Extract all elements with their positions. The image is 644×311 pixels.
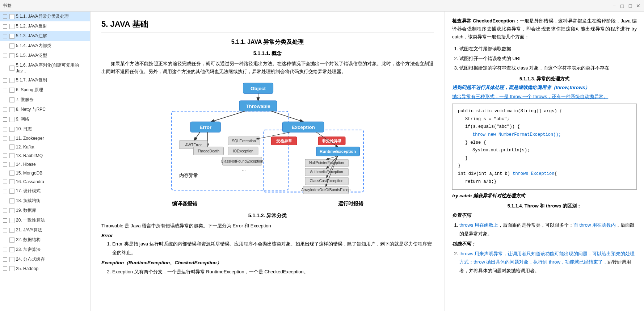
sidebar-item-5-1-5[interactable]: 5.1.5. JAVA泛型: [0, 51, 90, 60]
sidebar-item-11[interactable]: 11. Zookeeper: [0, 134, 90, 143]
code-line-6: System.out.println(s);: [472, 147, 631, 155]
sidebar-item-5-1-6[interactable]: 5.1.6. JAVA序列化(创建可复用的Jav...: [0, 60, 90, 75]
sidebar-item-17[interactable]: 17. 设计模式: [0, 186, 90, 196]
sidebar-item-9[interactable]: 9. 网络: [0, 114, 90, 124]
sidebar-label: 18. 负载均衡: [16, 198, 41, 204]
func-diff-text: throws 用来声明异常，让调用者只知道该功能可能出现的问题，可以给出预先的处…: [459, 251, 635, 273]
sidebar-checkbox: [3, 209, 7, 213]
sidebar-label: 5.1.3. JAVA注解: [16, 33, 47, 39]
section-1-4-title: 5.1.1.4. Throw 和 throws 的区别：: [452, 203, 637, 209]
restore-button[interactable]: ◻: [619, 3, 625, 9]
page-icon: [9, 228, 14, 233]
sidebar-label: 20. 一致性算法: [16, 217, 45, 223]
sidebar-item-5-1-3[interactable]: 5.1.3. JAVA注解: [0, 31, 90, 41]
svg-text:ClassNotFoundException: ClassNotFoundException: [221, 160, 263, 164]
sidebar-label: 7. 微服务: [16, 97, 34, 103]
subsection-5-1-1-1-title: 5.1.1.1. 概念: [101, 50, 434, 57]
code-line-1: public static void main(String[] args) {: [458, 108, 631, 115]
sidebar-item-5-1-7[interactable]: 5.1.7. JAVA复制: [0, 75, 90, 85]
sidebar-checkbox: [3, 171, 7, 175]
sidebar-label: 5.1.5. JAVA泛型: [16, 52, 47, 59]
sidebar-item-5-1-1[interactable]: 5.1.1. JAVA异常分类及处理: [0, 12, 90, 21]
error-list: Error 类是指 java 运行时系统的内部错误和资源耗尽错误。应用程序不会抛…: [112, 240, 434, 257]
sidebar-checkbox: [3, 127, 7, 131]
pos-diff-list: throws 用在函数上，后面跟的是异常类，可以跟多个；而 throw 用在函数…: [459, 221, 637, 238]
page-icon: [9, 34, 14, 39]
sidebar-item-23[interactable]: 23. 加密算法: [0, 245, 90, 255]
sidebar-checkbox: [3, 24, 7, 29]
svg-line-7: [211, 111, 245, 122]
svg-text:内存异常: 内存异常: [179, 173, 198, 178]
sidebar-label: 14. Hbase: [16, 162, 36, 167]
page-icon: [9, 136, 14, 141]
sidebar-item-24[interactable]: 24. 分布式缓存: [0, 255, 90, 264]
page-icon: [9, 171, 14, 176]
sidebar-label: 19. 数据库: [16, 207, 36, 214]
checked-list-item-2: 试图打开一个错误格式的 URL: [459, 54, 637, 63]
sidebar-checkbox: [3, 98, 7, 102]
svg-text:ThreadDeath: ThreadDeath: [198, 149, 220, 153]
sidebar-item-22[interactable]: 22. 数据结构: [0, 235, 90, 245]
sidebar-label: 5.1.1. JAVA异常分类及处理: [16, 13, 69, 20]
sidebar-checkbox: [3, 14, 7, 19]
titlebar: 书签 − ◻ □ ✕: [0, 0, 644, 12]
page-icon: [9, 78, 14, 83]
svg-text:RuntimeException: RuntimeException: [320, 150, 356, 154]
pos-diff-item: throws 用在函数上，后面跟的是异常类，可以跟多个；而 throw 用在函数…: [459, 221, 637, 238]
page-icon: [9, 24, 14, 29]
sidebar-item-10[interactable]: 10. 日志: [0, 124, 90, 134]
sidebar-checkbox: [3, 162, 7, 167]
sidebar-item-12[interactable]: 12. Kafka: [0, 143, 90, 151]
sidebar-item-20[interactable]: 20. 一致性算法: [0, 215, 90, 225]
page-icon: [9, 144, 14, 150]
sidebar-item-13[interactable]: 13. RabbitMQ: [0, 151, 90, 160]
page-icon: [9, 53, 14, 58]
svg-line-17: [194, 132, 200, 140]
diagram-caption: 编译器报错 运行时报错: [101, 201, 434, 207]
sidebar-item-19[interactable]: 19. 数据库: [0, 206, 90, 215]
sidebar-item-14[interactable]: 14. Hbase: [0, 160, 90, 169]
sidebar-checkbox: [3, 136, 7, 140]
main-layout: 5.1.1. JAVA异常分类及处理 5.1.2. JAVA反射 5.1.3. …: [0, 12, 644, 311]
sidebar-item-25[interactable]: 25. Hadoop: [0, 264, 90, 273]
exception-diagram-container: Object Throwable Error Exception: [101, 81, 434, 207]
sidebar-checkbox: [3, 266, 7, 271]
sidebar-item-5-1-2[interactable]: 5.1.2. JAVA反射: [0, 21, 90, 31]
minimize-button[interactable]: −: [611, 3, 617, 9]
checked-list-item-1: 试图在文件尾部读取数据: [459, 45, 637, 53]
close-button[interactable]: ✕: [635, 3, 641, 9]
sidebar-label: 25. Hadoop: [16, 266, 38, 271]
sidebar-label: 13. RabbitMQ: [16, 153, 43, 158]
svg-text:ArithmeticException: ArithmeticException: [310, 170, 343, 174]
sidebar-checkbox: [3, 34, 7, 38]
sidebar-label: 23. 加密算法: [16, 247, 41, 253]
sidebar-item-15[interactable]: 15. MongoDB: [0, 169, 90, 177]
svg-text:AWTError: AWTError: [185, 143, 202, 147]
sidebar-item-18[interactable]: 18. 负载均衡: [0, 196, 90, 206]
page-icon: [9, 117, 14, 122]
sidebar-label: 21. JAVA算法: [16, 227, 42, 233]
sidebar-item-5-1-4[interactable]: 5.1.4. JAVA内部类: [0, 41, 90, 51]
sidebar-label: 15. MongoDB: [16, 171, 42, 176]
sidebar-checkbox: [3, 44, 7, 48]
sidebar-item-6[interactable]: 6. Spring 原理: [0, 85, 90, 95]
sidebar-label: 6. Spring 原理: [16, 87, 43, 93]
code-line-3: if(s.equals("abc")) {: [465, 123, 631, 131]
page-icon: [9, 97, 14, 102]
throw-keyword: throw new NumberFormatException();: [472, 132, 561, 137]
svg-text:Throwable: Throwable: [246, 104, 270, 109]
code-line-7: }: [465, 155, 631, 163]
sidebar-item-7[interactable]: 7. 微服务: [0, 95, 90, 105]
sidebar-item-8[interactable]: 8. Netty 与RPC: [0, 105, 90, 114]
sidebar-item-21[interactable]: 21. JAVA算法: [0, 225, 90, 235]
sidebar-checkbox: [3, 228, 7, 232]
sidebar-item-16[interactable]: 16. Cassandra: [0, 177, 90, 186]
exception-list-item: Exception 又有两个分支，一个是运行时异常 RuntimeExcepti…: [112, 268, 434, 276]
page-icon: [9, 14, 14, 19]
sidebar-checkbox: [3, 88, 7, 92]
maximize-button[interactable]: □: [627, 3, 633, 9]
svg-text:非受检异常: 非受检异常: [322, 139, 342, 143]
page-icon: [9, 127, 14, 132]
titlebar-controls: − ◻ □ ✕: [611, 3, 641, 9]
svg-text:Error: Error: [199, 125, 212, 130]
